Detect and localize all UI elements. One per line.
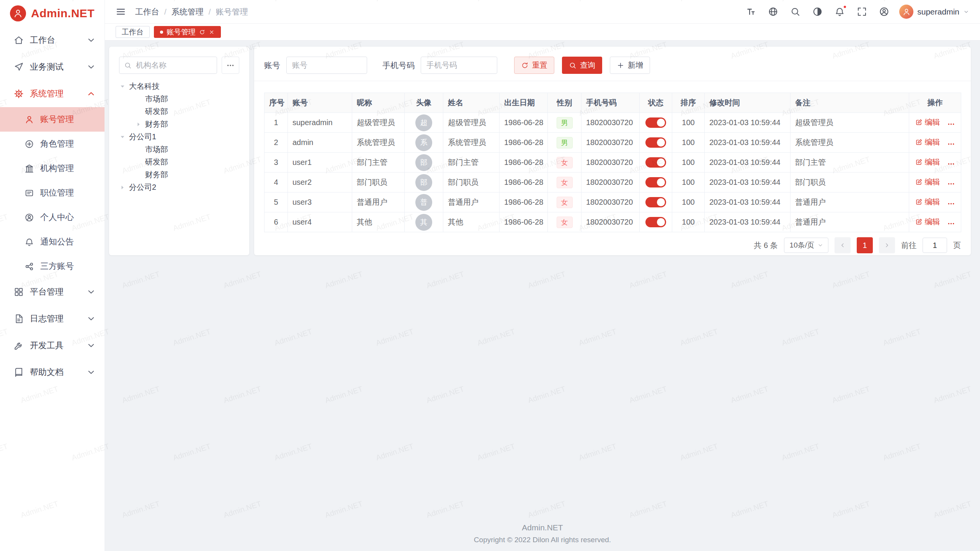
hamburger-menu-icon[interactable]: [116, 7, 126, 17]
page-size-select[interactable]: 10条/页: [784, 238, 828, 253]
font-size-tool-button[interactable]: [746, 7, 756, 17]
cell-name: 超级管理员: [443, 113, 500, 133]
cell-nickname: 其他: [352, 212, 405, 232]
tree-node[interactable]: 研发部: [119, 105, 239, 118]
next-page-button[interactable]: [879, 237, 895, 253]
cell-birthdate: 1986-06-28: [500, 173, 548, 192]
edit-button[interactable]: 编辑: [915, 157, 940, 167]
breadcrumb-item-system[interactable]: 系统管理: [172, 7, 204, 17]
edit-button[interactable]: 编辑: [915, 197, 940, 207]
status-switch[interactable]: [645, 217, 666, 227]
sidebar-item-log-management[interactable]: 日志管理: [0, 305, 105, 332]
breadcrumb: 工作台 / 系统管理 / 账号管理: [135, 7, 248, 17]
row-more-button[interactable]: [947, 140, 955, 148]
status-switch[interactable]: [645, 197, 666, 207]
tree-node[interactable]: 大名科技: [119, 80, 239, 93]
sidebar-item-dev-tools[interactable]: 开发工具: [0, 332, 105, 359]
table-row: 6user4其他其其他1986-06-28女180200307201002023…: [265, 212, 961, 232]
column-header: 姓名: [443, 93, 500, 113]
cell-birthdate: 1986-06-28: [500, 133, 548, 153]
tree-node[interactable]: 财务部: [119, 168, 239, 181]
tab-workbench[interactable]: 工作台: [116, 26, 150, 38]
notification-tool-button[interactable]: [835, 7, 845, 17]
sidebar-item-help-docs[interactable]: 帮助文档: [0, 359, 105, 386]
account-filter-input[interactable]: [286, 57, 367, 74]
phone-filter-input[interactable]: [421, 57, 497, 74]
theme-tool-button[interactable]: [812, 7, 823, 17]
breadcrumb-item-workbench[interactable]: 工作台: [135, 7, 159, 17]
cell-phone: 18020030720: [581, 173, 640, 192]
cell-actions: 编辑: [909, 173, 961, 192]
page-1-button[interactable]: 1: [857, 237, 873, 253]
caret-down-icon[interactable]: [119, 83, 126, 90]
tab-refresh-icon[interactable]: [199, 29, 205, 35]
status-switch[interactable]: [645, 117, 666, 128]
sidebar-item-label: 系统管理: [30, 88, 80, 99]
tree-node-label: 市场部: [145, 144, 168, 155]
row-more-button[interactable]: [947, 160, 955, 168]
sidebar-item-third-party-account[interactable]: 三方账号: [0, 254, 105, 279]
edit-button[interactable]: 编辑: [915, 137, 940, 147]
cell-actions: 编辑: [909, 153, 961, 173]
row-more-button[interactable]: [947, 180, 955, 188]
person-icon: [902, 8, 911, 16]
sidebar-item-business-test[interactable]: 业务测试: [0, 54, 105, 80]
sidebar-item-platform-management[interactable]: 平台管理: [0, 279, 105, 305]
sidebar-item-personal-center[interactable]: 个人中心: [0, 205, 105, 230]
tree-node[interactable]: 市场部: [119, 143, 239, 156]
edit-icon: [915, 178, 923, 186]
cell-phone: 18020030720: [581, 192, 640, 212]
cell-phone: 18020030720: [581, 212, 640, 232]
reset-button[interactable]: 重置: [514, 57, 554, 74]
row-more-button[interactable]: [947, 220, 955, 228]
tree-more-button[interactable]: [222, 57, 239, 74]
caret-right-icon[interactable]: [135, 121, 142, 128]
edit-button[interactable]: 编辑: [915, 177, 940, 187]
search-tool-button[interactable]: [790, 7, 800, 17]
add-button[interactable]: 新增: [610, 57, 650, 74]
org-search-input[interactable]: [119, 57, 217, 74]
user-menu[interactable]: superadmin: [899, 5, 969, 19]
tree-node[interactable]: 市场部: [119, 93, 239, 105]
sidebar-item-position-management[interactable]: 职位管理: [0, 181, 105, 205]
globe-tool-button[interactable]: [768, 7, 778, 17]
status-switch[interactable]: [645, 177, 666, 187]
sidebar-item-system-management[interactable]: 系统管理: [0, 80, 105, 107]
notification-badge: [843, 5, 847, 9]
sidebar-item-role-management[interactable]: 角色管理: [0, 132, 105, 156]
row-more-button[interactable]: [947, 200, 955, 208]
cell-phone: 18020030720: [581, 153, 640, 173]
prev-page-button[interactable]: [835, 237, 851, 253]
edit-button[interactable]: 编辑: [915, 217, 940, 227]
refresh-icon: [521, 62, 529, 69]
profile-tool-button[interactable]: [879, 7, 889, 17]
caret-right-icon[interactable]: [119, 184, 126, 191]
edit-button[interactable]: 编辑: [915, 117, 940, 127]
tree-node[interactable]: 分公司2: [119, 181, 239, 194]
query-button[interactable]: 查询: [562, 57, 602, 74]
caret-down-icon[interactable]: [119, 134, 126, 140]
cell-nickname: 部门主管: [352, 153, 405, 173]
caret-spacer: [135, 96, 142, 103]
edit-icon: [915, 218, 923, 225]
cell-gender: 男: [548, 133, 581, 153]
tree-node[interactable]: 分公司1: [119, 130, 239, 143]
cell-modified-time: 2023-01-03 10:59:44: [705, 212, 791, 232]
tab-close-icon[interactable]: [209, 29, 215, 35]
goto-page-input[interactable]: [923, 238, 947, 253]
row-more-button[interactable]: [947, 120, 955, 128]
sidebar-item-workbench[interactable]: 工作台: [0, 27, 105, 54]
tree-node[interactable]: 财务部: [119, 118, 239, 130]
sidebar-item-org-management[interactable]: 机构管理: [0, 156, 105, 181]
tab-account-management[interactable]: 账号管理: [154, 26, 221, 38]
test-icon: [14, 62, 24, 72]
sidebar-item-notice-announcement[interactable]: 通知公告: [0, 230, 105, 254]
status-switch[interactable]: [645, 137, 666, 148]
cell-phone: 18020030720: [581, 133, 640, 153]
fullscreen-tool-button[interactable]: [857, 7, 867, 17]
app-logo[interactable]: Admin.NET: [0, 0, 105, 27]
cell-avatar: 超: [405, 113, 443, 133]
status-switch[interactable]: [645, 157, 666, 168]
tree-node[interactable]: 研发部: [119, 156, 239, 168]
sidebar-item-account-management[interactable]: 账号管理: [0, 107, 105, 132]
